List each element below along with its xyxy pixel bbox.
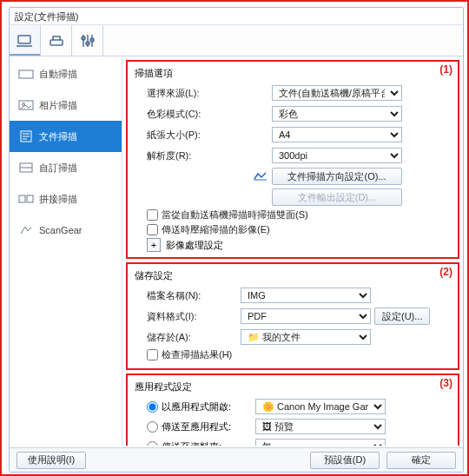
format-label: 資料格式(I): — [147, 310, 241, 323]
section-scan-options: (1) 掃描選項 選擇來源(L): 文件(自動送稿機/原稿平台) 色彩模式(C)… — [126, 60, 459, 259]
image-processing-label: 影像處理設定 — [166, 239, 223, 252]
sidebar: 自動掃描 相片掃描 文件掃描 自訂掃描 — [10, 56, 122, 446]
settings-window: 設定(文件掃描) 自動掃描 — [9, 7, 464, 473]
sidebar-item-photo[interactable]: 相片掃描 — [10, 89, 122, 121]
custom-icon — [18, 162, 34, 174]
section-tag-3: (3) — [439, 377, 452, 389]
format-settings-button[interactable]: 設定(U)... — [374, 307, 430, 325]
tab-scan-from-pc[interactable] — [10, 25, 41, 56]
svg-rect-18 — [19, 195, 25, 202]
color-select[interactable]: 彩色 — [272, 106, 402, 122]
ok-button[interactable]: 確定 — [386, 452, 456, 469]
color-label: 色彩模式(C): — [147, 108, 241, 121]
orientation-settings-button[interactable]: 文件掃描方向設定(O)... — [272, 168, 402, 185]
scangear-icon — [18, 224, 34, 236]
sidebar-item-label: 自動掃描 — [39, 68, 77, 81]
sidebar-item-label: 文件掃描 — [39, 130, 77, 143]
section-tag-1: (1) — [439, 63, 452, 76]
source-label: 選擇來源(L): — [147, 87, 241, 100]
sidebar-item-stitch[interactable]: 拼接掃描 — [10, 183, 122, 215]
help-button[interactable]: 使用說明(I) — [17, 452, 86, 469]
svg-rect-0 — [18, 36, 30, 43]
tab-prefs[interactable] — [72, 25, 103, 56]
section-save-settings: (2) 儲存設定 檔案名稱(N): IMG 資料格式(I): PDF — [126, 262, 459, 370]
document-icon — [18, 130, 34, 142]
duplex-checkbox[interactable] — [147, 209, 158, 221]
send-folder-select[interactable]: 無 — [255, 439, 386, 446]
source-select[interactable]: 文件(自動送稿機/原稿平台) — [272, 85, 402, 101]
send-app-label: 傳送至應用程式: — [162, 420, 255, 433]
scan-mode-icon — [17, 34, 34, 48]
mode-toolbar — [10, 25, 463, 56]
defaults-button[interactable]: 預設值(D) — [310, 452, 380, 469]
svg-rect-2 — [50, 40, 63, 45]
duplex-label: 當從自動送稿機掃描時掃描雙面(S) — [162, 208, 308, 221]
expand-image-processing[interactable]: + — [147, 238, 161, 252]
resolution-select[interactable]: 300dpi — [272, 148, 402, 163]
sidebar-item-label: 相片掃描 — [39, 99, 77, 112]
sidebar-item-custom[interactable]: 自訂掃描 — [10, 152, 122, 183]
photo-icon — [18, 99, 34, 111]
tab-output[interactable] — [41, 25, 72, 56]
sidebar-item-label: 拼接掃描 — [39, 193, 77, 206]
section-title: 應用程式設定 — [135, 380, 451, 393]
compress-checkbox[interactable] — [147, 224, 158, 235]
section-title: 掃描選項 — [135, 67, 451, 80]
sidebar-item-label: ScanGear — [39, 225, 83, 235]
compress-icon — [253, 171, 268, 182]
section-title: 儲存設定 — [135, 269, 451, 282]
filename-combo[interactable]: IMG — [241, 288, 371, 303]
section-tag-2: (2) — [439, 266, 452, 278]
send-folder-radio[interactable] — [147, 441, 158, 446]
sidebar-item-document[interactable]: 文件掃描 — [10, 121, 122, 152]
check-results-checkbox[interactable] — [147, 349, 158, 360]
savein-label: 儲存於(A): — [147, 331, 241, 344]
send-app-select[interactable]: 🖼 預覽 — [255, 419, 386, 434]
dialog-footer: 使用說明(I) 預設值(D) 確定 — [10, 447, 463, 472]
output-settings-button: 文件輸出設定(D)... — [272, 188, 402, 206]
open-with-radio[interactable] — [147, 401, 158, 413]
window-title: 設定(文件掃描) — [15, 11, 78, 22]
send-app-radio[interactable] — [147, 421, 158, 433]
stitch-icon — [18, 193, 34, 205]
compress-label: 傳送時壓縮掃描的影像(E) — [162, 223, 270, 236]
resolution-label: 解析度(R): — [147, 149, 241, 162]
sidebar-item-scangear[interactable]: ScanGear — [10, 215, 122, 246]
section-app-settings: (3) 應用程式設定 以應用程式開啟: 🌼 Canon My Image Gar… — [126, 374, 459, 446]
savein-select[interactable]: 📁 我的文件 — [241, 329, 371, 345]
send-folder-label: 傳送至資料夾: — [162, 440, 255, 446]
paper-select[interactable]: A4 — [272, 127, 402, 142]
main-pane: (1) 掃描選項 選擇來源(L): 文件(自動送稿機/原稿平台) 色彩模式(C)… — [122, 56, 463, 446]
open-with-label: 以應用程式開啟: — [162, 400, 255, 413]
titlebar: 設定(文件掃描) — [10, 8, 463, 25]
sliders-icon — [80, 34, 96, 48]
sidebar-item-label: 自訂掃描 — [39, 162, 77, 175]
check-results-label: 檢查掃描結果(H) — [162, 348, 232, 361]
svg-rect-19 — [27, 195, 33, 202]
output-mode-icon — [48, 34, 65, 48]
auto-icon — [18, 68, 34, 80]
format-select[interactable]: PDF — [241, 308, 371, 324]
filename-label: 檔案名稱(N): — [147, 289, 241, 302]
paper-label: 紙張大小(P): — [147, 129, 241, 142]
svg-point-11 — [23, 103, 25, 106]
open-with-select[interactable]: 🌼 Canon My Image Garden — [255, 399, 386, 414]
svg-rect-9 — [19, 70, 33, 78]
sidebar-item-auto[interactable]: 自動掃描 — [10, 58, 122, 89]
